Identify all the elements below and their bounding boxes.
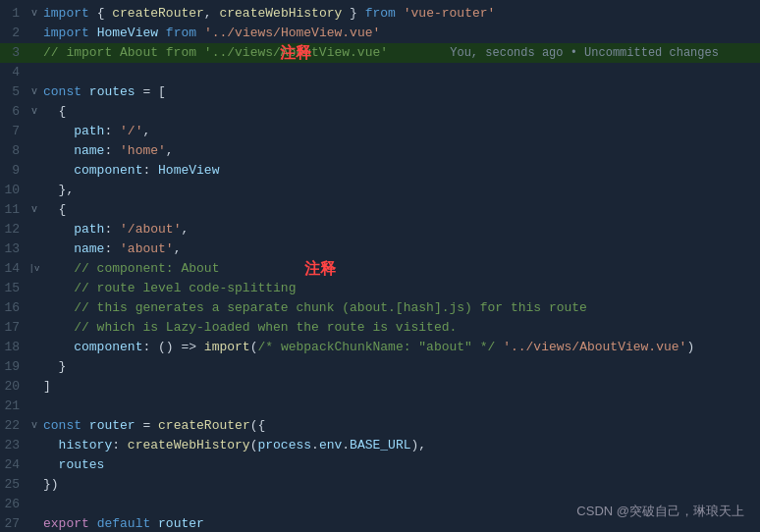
line-num-13: 13 — [0, 239, 27, 259]
fold-4 — [27, 63, 41, 82]
line-9: 9 component: HomeView — [0, 161, 760, 181]
fold-23 — [27, 436, 41, 455]
fold-1[interactable]: v — [27, 4, 41, 24]
line-num-22: 22 — [0, 416, 27, 436]
line-content-23: history: createWebHistory(process.env.BA… — [41, 436, 760, 455]
fold-25 — [27, 475, 41, 495]
line-21: 21 — [0, 397, 760, 416]
fold-13 — [27, 239, 41, 259]
fold-9 — [27, 161, 41, 181]
fold-24 — [27, 455, 41, 475]
line-3: 3 // import About from '../views/AboutVi… — [0, 43, 760, 63]
line-content-5: const routes = [ — [41, 82, 760, 102]
fold-21 — [27, 397, 41, 416]
fold-7 — [27, 122, 41, 141]
line-num-21: 21 — [0, 397, 27, 416]
line-6: 6 v { — [0, 102, 760, 122]
line-10: 10 }, — [0, 181, 760, 200]
line-num-17: 17 — [0, 318, 27, 338]
line-content-22: const router = createRouter({ — [41, 416, 760, 436]
fold-27 — [27, 514, 41, 532]
line-25: 25 }) — [0, 475, 760, 495]
line-num-15: 15 — [0, 279, 27, 298]
line-content-8: name: 'home', — [41, 141, 760, 161]
line-content-2: import HomeView from '../views/HomeView.… — [41, 24, 760, 43]
line-content-4 — [41, 63, 760, 82]
line-content-19: } — [41, 357, 760, 377]
fold-3 — [27, 43, 41, 63]
line-content-24: routes — [41, 455, 760, 475]
line-content-12: path: '/about', — [41, 220, 760, 239]
line-11: 11 v { — [0, 200, 760, 220]
fold-8 — [27, 141, 41, 161]
line-13: 13 name: 'about', — [0, 239, 760, 259]
line-num-24: 24 — [0, 455, 27, 475]
line-num-7: 7 — [0, 122, 27, 141]
line-num-4: 4 — [0, 63, 27, 82]
line-content-3: // import About from '../views/AboutView… — [41, 43, 760, 63]
code-lines: 1 v import { createRouter, createWebHist… — [0, 0, 760, 532]
line-23: 23 history: createWebHistory(process.env… — [0, 436, 760, 455]
line-num-11: 11 — [0, 200, 27, 220]
line-num-1: 1 — [0, 4, 27, 24]
line-num-19: 19 — [0, 357, 27, 377]
line-content-15: // route level code-splitting — [41, 279, 760, 298]
line-8: 8 name: 'home', — [0, 141, 760, 161]
line-content-10: }, — [41, 181, 760, 200]
fold-12 — [27, 220, 41, 239]
line-content-1: import { createRouter, createWebHistory … — [41, 4, 760, 24]
fold-5[interactable]: v — [27, 82, 41, 102]
fold-26 — [27, 495, 41, 514]
line-num-9: 9 — [0, 161, 27, 181]
fold-14[interactable]: |v — [27, 259, 41, 279]
line-content-17: // which is Lazy-loaded when the route i… — [41, 318, 760, 338]
line-22: 22 v const router = createRouter({ — [0, 416, 760, 436]
line-4: 4 — [0, 63, 760, 82]
fold-22[interactable]: v — [27, 416, 41, 436]
line-content-21 — [41, 397, 760, 416]
line-num-20: 20 — [0, 377, 27, 397]
line-content-16: // this generates a separate chunk (abou… — [41, 298, 760, 318]
line-num-16: 16 — [0, 298, 27, 318]
line-num-6: 6 — [0, 102, 27, 122]
fold-2 — [27, 24, 41, 43]
line-num-8: 8 — [0, 141, 27, 161]
fold-6[interactable]: v — [27, 102, 41, 122]
line-1: 1 v import { createRouter, createWebHist… — [0, 4, 760, 24]
fold-11[interactable]: v — [27, 200, 41, 220]
line-content-14: // component: About — [41, 259, 760, 279]
line-5: 5 v const routes = [ — [0, 82, 760, 102]
line-2: 2 import HomeView from '../views/HomeVie… — [0, 24, 760, 43]
line-20: 20 ] — [0, 377, 760, 397]
fold-15 — [27, 279, 41, 298]
line-content-7: path: '/', — [41, 122, 760, 141]
line-num-12: 12 — [0, 220, 27, 239]
line-num-5: 5 — [0, 82, 27, 102]
line-num-26: 26 — [0, 495, 27, 514]
fold-20 — [27, 377, 41, 397]
line-content-25: }) — [41, 475, 760, 495]
line-19: 19 } — [0, 357, 760, 377]
line-num-23: 23 — [0, 436, 27, 455]
fold-18 — [27, 338, 41, 357]
line-14: 14 |v // component: About 注释 — [0, 259, 760, 279]
line-15: 15 // route level code-splitting — [0, 279, 760, 298]
fold-10 — [27, 181, 41, 200]
line-content-20: ] — [41, 377, 760, 397]
line-num-25: 25 — [0, 475, 27, 495]
line-content-9: component: HomeView — [41, 161, 760, 181]
line-num-27: 27 — [0, 514, 27, 532]
watermark: CSDN @突破自己，琳琅天上 — [576, 503, 744, 520]
line-7: 7 path: '/', — [0, 122, 760, 141]
code-editor: 1 v import { createRouter, createWebHist… — [0, 0, 760, 532]
fold-17 — [27, 318, 41, 338]
line-num-10: 10 — [0, 181, 27, 200]
line-content-11: { — [41, 200, 760, 220]
line-18: 18 component: () => import(/* webpackChu… — [0, 338, 760, 357]
line-num-14: 14 — [0, 259, 27, 279]
fold-16 — [27, 298, 41, 318]
line-content-6: { — [41, 102, 760, 122]
line-16: 16 // this generates a separate chunk (a… — [0, 298, 760, 318]
line-num-18: 18 — [0, 338, 27, 357]
line-24: 24 routes — [0, 455, 760, 475]
